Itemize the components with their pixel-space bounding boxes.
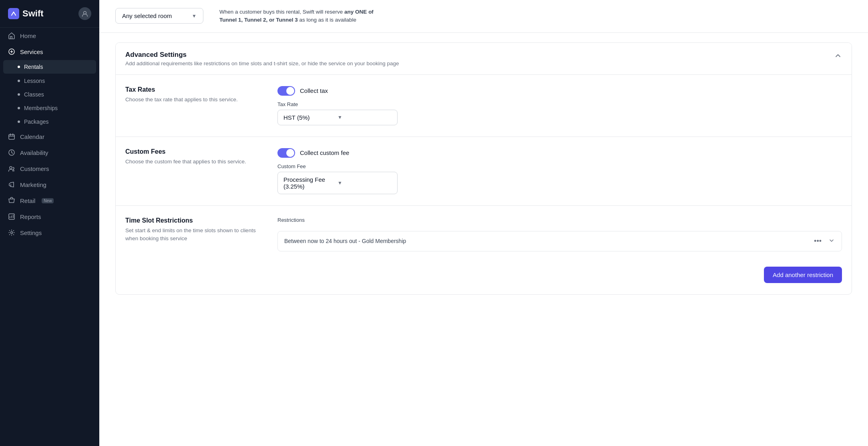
services-icon [8,48,15,55]
chevron-down-icon: ▼ [192,13,197,19]
sub-item-label: Lessons [24,78,45,84]
collect-fee-toggle[interactable] [277,148,295,158]
tax-rates-row: Tax Rates Choose the tax rate that appli… [116,75,852,137]
sidebar-item-label: Availability [20,149,48,156]
logo-icon [8,8,19,19]
sidebar-item-calendar[interactable]: Calendar [0,129,99,145]
sidebar-item-label: Services [20,48,43,55]
sidebar-item-availability[interactable]: Availability [0,145,99,161]
collect-tax-toggle[interactable] [277,86,295,96]
sidebar-item-customers[interactable]: Customers [0,161,99,177]
chevron-down-icon: ▼ [338,115,392,120]
sidebar-item-label: Marketing [20,181,46,188]
collect-fee-label: Collect custom fee [300,149,349,156]
tax-rate-group: Tax Rate HST (5%) ▼ [277,101,842,125]
info-text-before: When a customer buys this rental, Swift … [219,9,344,15]
sidebar-item-label: Calendar [20,133,44,140]
tax-rates-left: Tax Rates Choose the tax rate that appli… [125,86,261,104]
sidebar-item-settings[interactable]: Settings [0,225,99,241]
sub-item-label: Classes [24,91,44,98]
retail-icon [8,197,15,204]
sidebar: Swift Home Services Re [0,0,99,446]
sidebar-sub-lessons[interactable]: Lessons [0,74,99,88]
restriction-expand-button[interactable] [828,237,835,245]
time-slot-row: Time Slot Restrictions Set start & end l… [116,206,852,294]
room-selector-dropdown[interactable]: Any selected room ▼ [115,8,203,24]
sidebar-sub-memberships[interactable]: Memberships [0,101,99,115]
custom-fee-value: Processing Fee (3.25%) [283,176,338,190]
custom-fees-description: Choose the custom fee that applies to th… [125,158,261,166]
sub-dot [18,107,20,109]
sidebar-item-services[interactable]: Services [0,44,99,60]
advanced-settings-subtitle: Add additional requirements like restric… [125,60,834,66]
collect-fee-toggle-row: Collect custom fee [277,148,842,158]
app-logo: Swift [8,8,44,19]
sidebar-sub-rentals[interactable]: Rentals [3,60,96,74]
custom-fee-group: Custom Fee Processing Fee (3.25%) ▼ [277,163,842,194]
custom-fees-row: Custom Fees Choose the custom fee that a… [116,137,852,206]
tax-rates-title: Tax Rates [125,86,261,93]
custom-fees-title: Custom Fees [125,148,261,155]
advanced-settings-title: Advanced Settings [125,51,834,59]
tax-rate-value: HST (5%) [283,114,338,121]
sidebar-sub-classes[interactable]: Classes [0,88,99,101]
sub-dot [18,93,20,96]
sub-dot [18,66,20,68]
sidebar-item-label: Home [20,32,36,39]
sub-dot [18,121,20,123]
sidebar-item-label: Retail [20,197,35,204]
restrictions-label: Restrictions [277,217,842,223]
collapse-icon[interactable] [834,52,842,62]
main-content: Any selected room ▼ When a customer buys… [99,0,868,446]
restriction-text: Between now to 24 hours out - Gold Membe… [284,238,406,244]
reports-icon [8,213,15,220]
svg-rect-2 [9,135,14,139]
tax-rate-select[interactable]: HST (5%) ▼ [277,110,398,125]
room-selector-wrap: Any selected room ▼ [115,8,203,24]
time-slot-title: Time Slot Restrictions [125,217,261,224]
custom-fees-left: Custom Fees Choose the custom fee that a… [125,148,261,166]
tax-rates-right: Collect tax Tax Rate HST (5%) ▼ [277,86,842,125]
time-slot-description: Set start & end limits on the time slots… [125,227,261,243]
svg-point-6 [11,232,13,234]
sidebar-item-label: Settings [20,229,42,236]
avatar[interactable] [78,7,91,20]
collect-tax-label: Collect tax [300,87,328,94]
room-selector-label: Any selected room [122,12,172,19]
add-restriction-button[interactable]: Add another restriction [764,267,842,283]
retail-new-badge: New [42,198,54,203]
sidebar-logo: Swift [0,0,99,28]
marketing-icon [8,181,15,188]
sidebar-item-reports[interactable]: Reports [0,209,99,225]
home-icon [8,32,15,39]
availability-icon [8,149,15,156]
custom-fee-select[interactable]: Processing Fee (3.25%) ▼ [277,172,398,194]
sidebar-item-home[interactable]: Home [0,28,99,44]
custom-fees-right: Collect custom fee Custom Fee Processing… [277,148,842,194]
customers-icon [8,165,15,172]
info-text-after: as long as it is available [298,17,356,23]
sidebar-item-label: Reports [20,213,41,220]
sub-item-label: Packages [24,119,48,125]
sidebar-item-label: Customers [20,165,49,172]
sidebar-sub-packages[interactable]: Packages [0,115,99,129]
time-slot-right: Restrictions Between now to 24 hours out… [277,217,842,283]
restriction-dots-button[interactable]: ••• [812,236,824,246]
top-row: Any selected room ▼ When a customer buys… [99,0,868,33]
tax-rates-description: Choose the tax rate that applies to this… [125,96,261,104]
sidebar-item-retail[interactable]: Retail New [0,193,99,209]
custom-fee-label: Custom Fee [277,163,842,169]
svg-point-4 [10,167,12,169]
chevron-down-icon: ▼ [338,180,392,186]
room-info-text: When a customer buys this rental, Swift … [219,8,388,24]
time-slot-left: Time Slot Restrictions Set start & end l… [125,217,261,243]
tax-rate-label: Tax Rate [277,101,842,107]
advanced-settings-header[interactable]: Advanced Settings Add additional require… [116,43,852,75]
gear-icon [8,229,15,236]
restriction-item: Between now to 24 hours out - Gold Membe… [277,231,842,251]
collect-tax-toggle-row: Collect tax [277,86,842,96]
sidebar-item-marketing[interactable]: Marketing [0,177,99,193]
calendar-icon [8,133,15,140]
sub-item-label: Memberships [24,105,58,111]
sub-dot [18,80,20,82]
